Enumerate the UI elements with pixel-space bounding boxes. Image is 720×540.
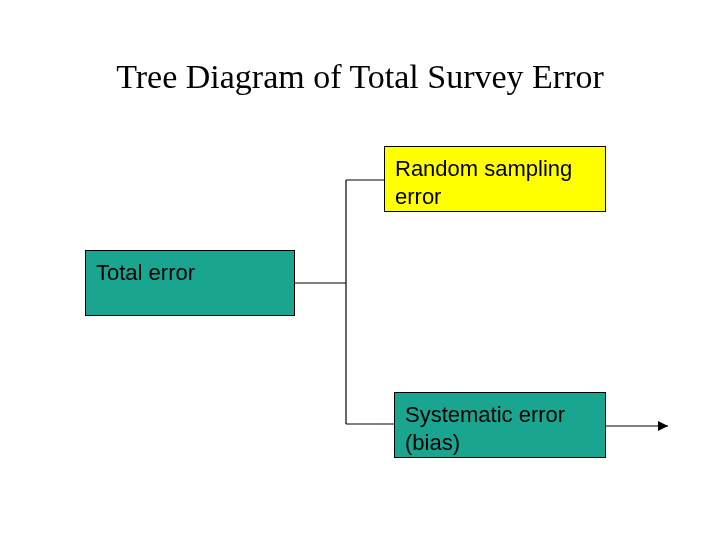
box-random-sampling-error: Random sampling error xyxy=(384,146,606,212)
box-systematic-error: Systematic error (bias) xyxy=(394,392,606,458)
svg-marker-5 xyxy=(658,421,668,431)
page-title: Tree Diagram of Total Survey Error xyxy=(0,58,720,96)
box-total-error: Total error xyxy=(85,250,295,316)
